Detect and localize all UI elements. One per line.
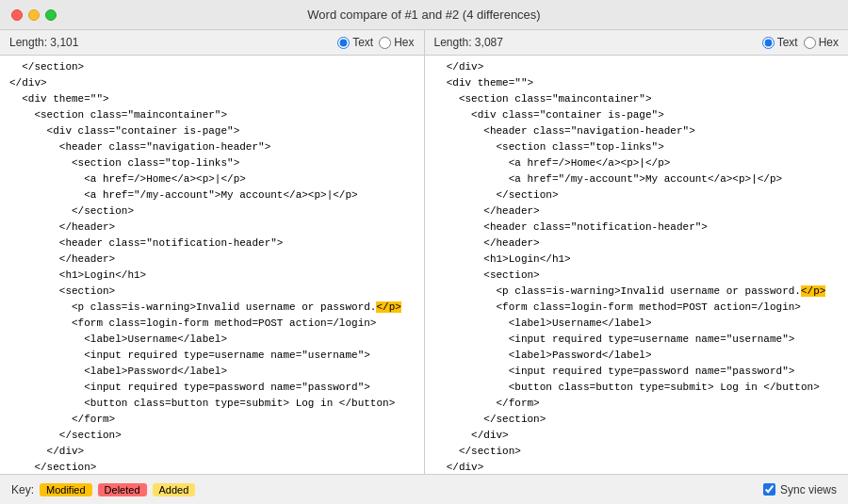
code-line: </header> (425, 236, 849, 252)
code-line: <input required type=password name="pass… (425, 364, 849, 380)
code-line: </section> (0, 59, 424, 75)
code-line: <h1>Login</h1> (0, 268, 424, 284)
code-line: <header class="navigation-header"> (425, 123, 849, 139)
key-deleted-badge: Deleted (98, 483, 147, 496)
panel-left-radio-hex[interactable] (379, 37, 391, 49)
code-line: </section> (0, 203, 424, 219)
panel-right-code[interactable]: </div> <div theme=""> <section class="ma… (425, 56, 849, 474)
code-line: <input required type=username name="user… (425, 332, 849, 348)
main-content: Length: 3,101 Text Hex </section></div> … (0, 30, 848, 474)
sync-label: Sync views (780, 483, 837, 496)
code-line: <header class="notification-header"> (425, 219, 849, 236)
code-line: <label>Password</label> (0, 364, 424, 380)
sync-section: Sync views (763, 483, 837, 496)
panel-left: Length: 3,101 Text Hex </section></div> … (0, 30, 425, 474)
code-line: </header> (0, 252, 424, 268)
code-line: </div> (0, 444, 424, 460)
panel-right-header: Length: 3,087 Text Hex (425, 30, 849, 56)
code-line: <div theme=""> (425, 75, 849, 91)
panel-left-radio-group: Text Hex (337, 36, 414, 49)
key-added-badge: Added (153, 483, 196, 496)
panel-left-radio-text-label[interactable]: Text (337, 36, 373, 49)
code-line: <p class=is-warning>Invalid username or … (0, 300, 424, 316)
code-line: </section> (0, 460, 424, 474)
panels-container: Length: 3,101 Text Hex </section></div> … (0, 30, 848, 474)
code-line: <header class="notification-header"> (0, 236, 424, 252)
code-line: <label>Username</label> (425, 316, 849, 332)
code-line: </header> (425, 203, 849, 219)
panel-left-length: Length: 3,101 (9, 36, 328, 49)
code-line: <button class=button type=submit> Log in… (425, 380, 849, 396)
code-line: </div> (425, 460, 849, 474)
code-line: <input required type=password name="pass… (0, 380, 424, 396)
code-line: <section> (0, 284, 424, 300)
code-line: <a href="/my-account">My account</a><p>|… (0, 187, 424, 203)
code-line: <form class=login-form method=POST actio… (425, 300, 849, 316)
code-line: <p class=is-warning>Invalid username or … (425, 284, 849, 300)
code-line: </form> (0, 412, 424, 428)
panel-right: Length: 3,087 Text Hex </div> <div theme… (425, 30, 849, 474)
code-line: <section> (425, 268, 849, 284)
close-button[interactable] (11, 9, 23, 21)
code-line: </div> (425, 428, 849, 444)
sync-checkbox[interactable] (763, 483, 775, 496)
panel-right-radio-group: Text Hex (762, 36, 839, 49)
minimize-button[interactable] (28, 9, 40, 21)
key-modified-badge: Modified (40, 483, 92, 496)
code-line: </section> (425, 412, 849, 428)
panel-right-radio-hex[interactable] (804, 37, 816, 49)
panel-right-radio-hex-label[interactable]: Hex (804, 36, 839, 49)
panel-left-code[interactable]: </section></div> <div theme=""> <section… (0, 56, 424, 474)
code-line: <input required type=username name="user… (0, 348, 424, 364)
code-line: </section> (425, 444, 849, 460)
maximize-button[interactable] (45, 9, 57, 21)
footer: Key: Modified Deleted Added Sync views (0, 474, 848, 504)
code-line: <a href=/>Home</a><p>|</p> (0, 171, 424, 187)
titlebar: Word compare of #1 and #2 (4 differences… (0, 0, 848, 30)
panel-right-radio-text[interactable] (762, 37, 775, 49)
panel-left-radio-hex-label[interactable]: Hex (379, 36, 414, 49)
code-line: </header> (0, 219, 424, 236)
code-line: <div theme=""> (0, 91, 424, 107)
code-line: <section class="top-links"> (425, 139, 849, 155)
code-line: <button class=button type=submit> Log in… (0, 396, 424, 412)
code-line: <section class="top-links"> (0, 155, 424, 171)
panel-right-radio-text-label[interactable]: Text (762, 36, 798, 49)
key-label: Key: (11, 483, 34, 496)
panel-left-radio-text[interactable] (337, 37, 350, 49)
code-line: <label>Password</label> (425, 348, 849, 364)
panel-right-length: Length: 3,087 (434, 36, 753, 49)
panel-left-header: Length: 3,101 Text Hex (0, 30, 424, 56)
code-line: <h1>Login</h1> (425, 252, 849, 268)
code-line: <header class="navigation-header"> (0, 139, 424, 155)
code-line: </div> (425, 59, 849, 75)
code-line: <form class=login-form method=POST actio… (0, 316, 424, 332)
code-line: <section class="maincontainer"> (0, 107, 424, 123)
traffic-lights (11, 9, 57, 21)
window-title: Word compare of #1 and #2 (4 differences… (307, 8, 540, 22)
code-line: </section> (0, 428, 424, 444)
code-line: <section class="maincontainer"> (425, 91, 849, 107)
code-line: <label>Username</label> (0, 332, 424, 348)
code-line: <div class="container is-page"> (0, 123, 424, 139)
code-line: </section> (425, 187, 849, 203)
key-section: Key: Modified Deleted Added (11, 483, 195, 496)
code-line: <a href="/my-account">My account</a><p>|… (425, 171, 849, 187)
code-line: </div> (0, 75, 424, 91)
code-line: <a href=/>Home</a><p>|</p> (425, 155, 849, 171)
code-line: </form> (425, 396, 849, 412)
code-line: <div class="container is-page"> (425, 107, 849, 123)
